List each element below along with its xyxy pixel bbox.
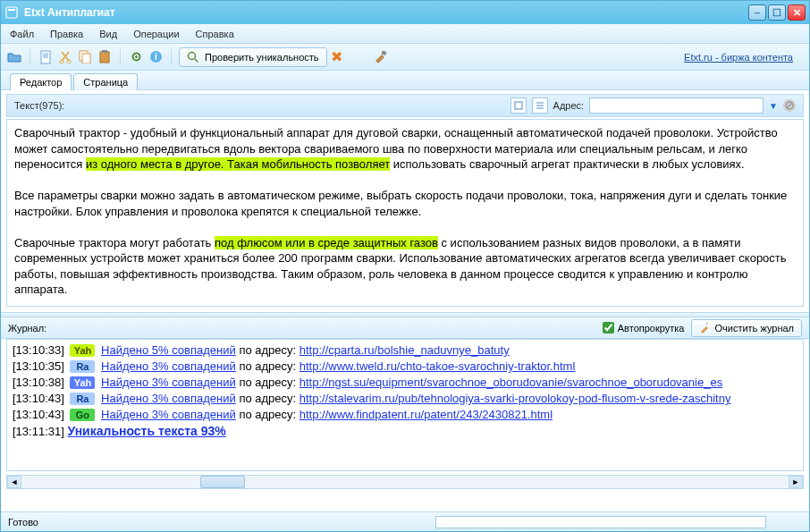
- title-bar: Etxt Антиплагиат – ☐ ✕: [1, 1, 809, 24]
- svg-rect-6: [82, 54, 90, 63]
- svg-rect-7: [100, 52, 109, 63]
- menu-view[interactable]: Вид: [99, 29, 117, 39]
- address-word: по адресу:: [236, 343, 300, 357]
- journal-line: [13:10:38] Yah Найдено 3% совпадений по …: [13, 376, 797, 389]
- scroll-thumb[interactable]: [200, 476, 245, 488]
- tab-page[interactable]: Страница: [73, 73, 138, 90]
- copy-icon[interactable]: [77, 49, 93, 65]
- journal-log[interactable]: [13:10:33] Yah Найдено 5% совпадений по …: [6, 339, 804, 471]
- timestamp: [13:10:35]: [13, 359, 64, 373]
- scroll-track[interactable]: [21, 476, 789, 488]
- status-text: Готово: [8, 517, 38, 528]
- tab-editor[interactable]: Редактор: [10, 73, 72, 90]
- match-link[interactable]: Найдено 5% совпадений: [101, 343, 236, 357]
- view-mode-2-button[interactable]: [532, 97, 548, 114]
- uniqueness-result[interactable]: Уникальность текста 93%: [67, 424, 225, 438]
- address-input[interactable]: [589, 97, 764, 114]
- highlighted-text: под флюсом или в среде защитных газов: [215, 236, 438, 249]
- journal-line: [13:10:35] Ra Найдено 3% совпадений по а…: [13, 359, 797, 373]
- journal-label: Журнал:: [8, 323, 595, 334]
- journal-line: [13:10:33] Yah Найдено 5% совпадений по …: [13, 343, 797, 357]
- svg-point-13: [189, 52, 196, 59]
- menu-ops[interactable]: Операции: [133, 29, 179, 39]
- paste-icon[interactable]: [97, 49, 113, 65]
- info-icon[interactable]: i: [148, 49, 164, 65]
- match-link[interactable]: Найдено 3% совпадений: [101, 376, 236, 389]
- separator: [30, 49, 30, 65]
- new-doc-icon[interactable]: [38, 49, 54, 65]
- engine-badge: Go: [70, 409, 95, 421]
- timestamp: [13:10:43]: [13, 408, 64, 421]
- journal-line: [13:10:43] Go Найдено 3% совпадений по а…: [13, 408, 797, 421]
- match-link[interactable]: Найдено 3% совпадений: [101, 359, 236, 373]
- magnifier-icon: [187, 51, 199, 63]
- toolbar: i Проверить уникальность ✖ Etxt.ru - бир…: [1, 44, 809, 71]
- separator: [120, 49, 121, 65]
- separator: [171, 49, 172, 65]
- engine-badge: Ra: [70, 393, 95, 405]
- editor-paragraph: Сварочный трактор - удобный и функционал…: [14, 125, 796, 173]
- match-link[interactable]: Найдено 3% совпадений: [101, 392, 236, 405]
- menu-help[interactable]: Справка: [196, 29, 234, 39]
- editor-paragraph: Все параметры сварки можно задать в авто…: [14, 188, 796, 219]
- timestamp: [13:10:43]: [13, 392, 64, 405]
- check-uniqueness-button[interactable]: Проверить уникальность: [179, 47, 327, 67]
- check-btn-label: Проверить уникальность: [205, 52, 319, 63]
- timestamp: [13:10:38]: [13, 376, 64, 389]
- tab-strip: Редактор Страница: [1, 71, 809, 90]
- text-count-label: Текст(975):: [14, 100, 64, 111]
- svg-rect-15: [515, 102, 522, 109]
- result-url[interactable]: http://ngst.su/equipment/svarochnoe_obor…: [300, 376, 722, 389]
- result-url[interactable]: http://stalevarim.ru/pub/tehnologiya-sva…: [300, 392, 731, 405]
- address-dropdown-icon[interactable]: ▼: [769, 101, 778, 111]
- address-word: по адресу:: [236, 408, 300, 421]
- svg-rect-8: [102, 50, 107, 53]
- broom-icon: [699, 323, 710, 334]
- hammer-icon[interactable]: [373, 49, 389, 65]
- text-run: использовать сварочный агрегат практичес…: [390, 157, 745, 171]
- match-link[interactable]: Найдено 3% совпадений: [101, 408, 236, 421]
- menu-bar: Файл Правка Вид Операции Справка: [1, 24, 809, 44]
- menu-file[interactable]: Файл: [10, 29, 34, 39]
- minimize-button[interactable]: –: [748, 4, 766, 21]
- autoscroll-checkbox[interactable]: Автопрокрутка: [603, 322, 685, 334]
- journal-line: [13:10:43] Ra Найдено 3% совпадений по а…: [13, 392, 797, 405]
- info-bar: Текст(975): Адрес: ▼: [6, 94, 804, 117]
- app-icon: [4, 5, 19, 20]
- cut-icon[interactable]: [57, 49, 73, 65]
- svg-point-10: [135, 55, 138, 58]
- timestamp: [13:10:33]: [13, 343, 64, 357]
- autoscroll-input[interactable]: [603, 322, 614, 334]
- maximize-button[interactable]: ☐: [768, 4, 786, 21]
- result-url[interactable]: http://www.findpatent.ru/patent/243/2430…: [300, 408, 553, 421]
- menu-edit[interactable]: Правка: [50, 29, 83, 39]
- window-title: Etxt Антиплагиат: [24, 6, 748, 19]
- autoscroll-label: Автопрокрутка: [618, 323, 685, 334]
- horizontal-scrollbar[interactable]: ◄ ►: [6, 475, 804, 489]
- journal-header: Журнал: Автопрокрутка Очистить журнал: [1, 317, 809, 339]
- status-bar: Готово: [1, 511, 809, 531]
- disabled-action-icon: [783, 99, 796, 112]
- address-word: по адресу:: [236, 376, 300, 389]
- cancel-icon[interactable]: ✖: [331, 48, 342, 65]
- address-label: Адрес:: [553, 100, 585, 111]
- result-url[interactable]: http://www.tweld.ru/chto-takoe-svarochni…: [300, 359, 576, 373]
- text-run: Сварочные трактора могут работать: [14, 236, 215, 249]
- svg-text:i: i: [155, 52, 157, 62]
- result-url[interactable]: http://cparta.ru/bolshie_naduvnye_batuty: [300, 343, 510, 357]
- open-folder-icon[interactable]: [6, 49, 22, 65]
- clear-journal-button[interactable]: Очистить журнал: [691, 319, 802, 337]
- text-editor[interactable]: Сварочный трактор - удобный и функционал…: [6, 119, 804, 307]
- view-mode-1-button[interactable]: [510, 97, 527, 114]
- ext-link[interactable]: Etxt.ru - биржа контента: [684, 52, 793, 63]
- clear-journal-label: Очистить журнал: [714, 323, 794, 334]
- scroll-right-button[interactable]: ►: [789, 476, 803, 488]
- highlighted-text: из одного места в другое. Такая мобильно…: [86, 157, 390, 171]
- scroll-left-button[interactable]: ◄: [7, 476, 21, 488]
- svg-rect-0: [6, 7, 17, 18]
- engine-badge: Yah: [70, 344, 95, 357]
- gear-icon[interactable]: [128, 49, 144, 65]
- journal-result-line: [13:11:31] Уникальность текста 93%: [13, 424, 797, 438]
- svg-rect-14: [381, 50, 386, 55]
- close-button[interactable]: ✕: [788, 4, 806, 21]
